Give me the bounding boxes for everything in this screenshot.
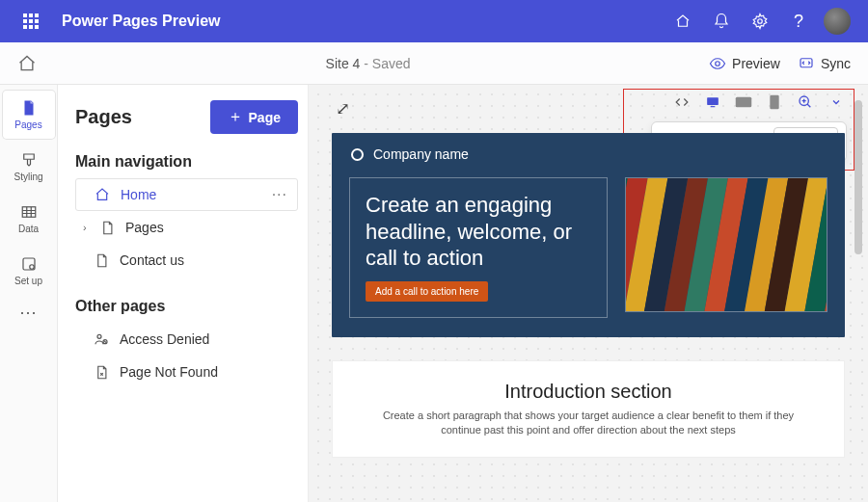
add-page-button[interactable]: ＋ Page bbox=[210, 100, 298, 134]
account-button[interactable] bbox=[818, 0, 856, 42]
hero-section[interactable]: Company name Create an engaging headline… bbox=[332, 133, 845, 337]
abstract-image bbox=[625, 177, 827, 312]
canvas-scrollbar[interactable] bbox=[854, 89, 864, 498]
left-rail: Pages Styling Data Set up ··· bbox=[0, 85, 58, 502]
section-main-nav: Main navigation bbox=[75, 153, 298, 171]
hero-text-block[interactable]: Create an engaging headline, welcome, or… bbox=[349, 177, 608, 318]
intro-section[interactable]: Introduction section Create a short para… bbox=[332, 360, 845, 459]
copilot-button[interactable] bbox=[664, 0, 702, 42]
hero-cta-button[interactable]: Add a call to action here bbox=[366, 281, 488, 302]
page-error-icon bbox=[93, 365, 110, 380]
intro-title: Introduction section bbox=[371, 381, 805, 403]
gear-icon bbox=[751, 13, 769, 30]
page-icon bbox=[19, 99, 39, 117]
site-name: Site 4 bbox=[326, 56, 361, 71]
question-icon: ? bbox=[794, 12, 803, 32]
waffle-icon bbox=[23, 13, 39, 29]
scrollbar-thumb[interactable] bbox=[854, 100, 862, 254]
svg-point-5 bbox=[29, 265, 34, 270]
svg-point-6 bbox=[97, 334, 101, 338]
tree-item-access-denied[interactable]: Access Denied bbox=[75, 323, 298, 356]
rail-setup[interactable]: Set up bbox=[3, 247, 55, 295]
sync-icon bbox=[798, 55, 815, 72]
intro-body: Create a short paragraph that shows your… bbox=[371, 409, 805, 438]
preview-action[interactable]: Preview bbox=[709, 55, 780, 72]
file-icon bbox=[98, 221, 116, 235]
setup-icon bbox=[19, 255, 39, 273]
tree-item-pages[interactable]: › Pages bbox=[75, 211, 298, 244]
hero-image-placeholder[interactable] bbox=[625, 177, 827, 312]
rail-data[interactable]: Data bbox=[3, 195, 55, 243]
hero-headline: Create an engaging headline, welcome, or… bbox=[366, 192, 591, 272]
table-icon bbox=[19, 203, 39, 221]
page-preview: Company name Create an engaging headline… bbox=[309, 85, 851, 502]
rail-more[interactable]: ··· bbox=[19, 303, 37, 323]
app-title: Power Pages Preview bbox=[62, 13, 664, 30]
svg-rect-3 bbox=[22, 207, 36, 218]
design-canvas: ⤢ 50% − + Reset Company name bbox=[309, 85, 868, 502]
radio-icon bbox=[351, 148, 364, 161]
chevron-right-icon[interactable]: › bbox=[83, 222, 95, 233]
avatar bbox=[824, 8, 851, 35]
section-other-pages: Other pages bbox=[75, 298, 298, 315]
tree-item-contact[interactable]: Contact us bbox=[75, 244, 298, 277]
panel-title: Pages bbox=[75, 106, 132, 128]
pages-panel: Pages ＋ Page Main navigation Home ··· › … bbox=[58, 85, 309, 502]
rail-pages[interactable]: Pages bbox=[3, 91, 55, 139]
svg-point-1 bbox=[716, 61, 720, 66]
save-status: - Saved bbox=[360, 56, 410, 71]
notifications-button[interactable] bbox=[702, 0, 741, 42]
tree-item-not-found[interactable]: Page Not Found bbox=[75, 356, 298, 388]
bell-icon bbox=[713, 13, 730, 30]
home-button[interactable] bbox=[17, 54, 37, 73]
site-status: Site 4 - Saved bbox=[44, 56, 692, 71]
item-more-button[interactable]: ··· bbox=[272, 186, 287, 203]
access-denied-icon bbox=[93, 331, 110, 347]
app-launcher-button[interactable] bbox=[12, 0, 50, 42]
titlebar: Power Pages Preview ? bbox=[0, 0, 868, 42]
help-button[interactable]: ? bbox=[779, 0, 818, 42]
home-icon bbox=[17, 54, 37, 73]
sync-action[interactable]: Sync bbox=[798, 55, 851, 72]
copilot-icon bbox=[674, 13, 692, 30]
settings-button[interactable] bbox=[741, 0, 779, 42]
workspace: Pages Styling Data Set up ··· Pages ＋ Pa… bbox=[0, 85, 868, 502]
rail-styling[interactable]: Styling bbox=[3, 143, 55, 191]
eye-icon bbox=[709, 55, 726, 72]
svg-point-0 bbox=[758, 19, 763, 24]
brush-icon bbox=[19, 151, 39, 169]
file-icon bbox=[93, 253, 110, 268]
plus-icon: ＋ bbox=[228, 107, 243, 127]
breadcrumb-bar: Site 4 - Saved Preview Sync bbox=[0, 42, 868, 85]
company-name-label: Company name bbox=[373, 146, 469, 162]
home-icon bbox=[94, 187, 111, 202]
tree-item-home[interactable]: Home ··· bbox=[75, 178, 298, 211]
